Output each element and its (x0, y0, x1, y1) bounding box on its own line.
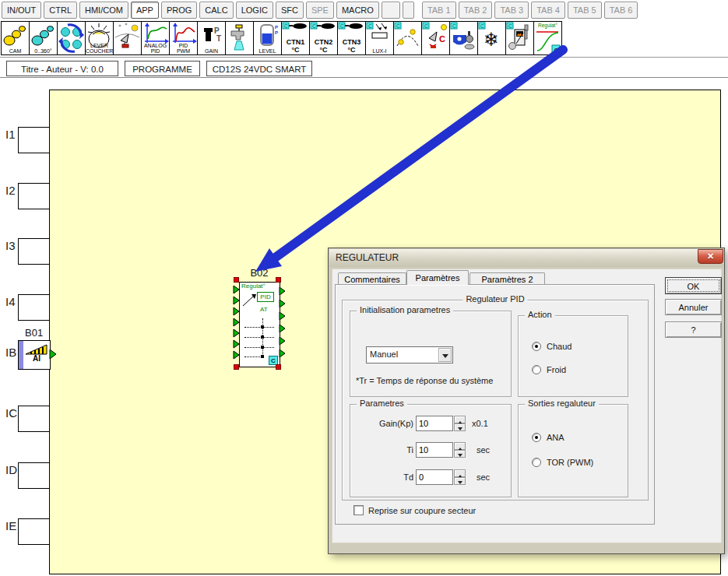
selection-handle-br[interactable] (276, 364, 281, 370)
tab-calc[interactable]: CALC (199, 2, 233, 19)
irrigation-sun-icon[interactable] (113, 21, 142, 55)
device-button[interactable]: CD12S 24VDC SMART (206, 61, 312, 76)
b02-input-pin[interactable] (233, 285, 240, 294)
b02-input-pin[interactable] (233, 339, 240, 349)
tab-prog[interactable]: PROG (161, 2, 197, 19)
radio-chaud-label: Chaud (547, 342, 571, 351)
tab-tab6[interactable]: TAB 6 (604, 2, 638, 19)
close-icon[interactable]: ✕ (698, 249, 723, 264)
tab-macro[interactable]: MACRO (336, 2, 379, 19)
input-box-ic[interactable] (18, 406, 50, 432)
dialog-tab-parametres[interactable]: Paramètres (406, 270, 469, 285)
ok-button[interactable]: OK (665, 277, 722, 294)
td-field[interactable] (416, 469, 453, 485)
spin-down-icon[interactable] (454, 450, 466, 458)
checkbox-icon[interactable] (353, 505, 364, 515)
b02-input-pin[interactable] (233, 328, 240, 338)
input-box-i3[interactable] (18, 238, 50, 265)
ctn1-temp-icon[interactable]: C CTN1 °C (281, 21, 310, 55)
program-button[interactable]: PROGRAMME (125, 61, 200, 76)
init-mode-combobox[interactable]: Manuel (366, 346, 453, 364)
radio-chaud[interactable]: Chaud (532, 342, 571, 351)
radio-ana[interactable]: ANA (532, 433, 564, 442)
sunrise-sunset-icon[interactable]: LEVER COUCHER (85, 21, 114, 55)
b02-input-pin[interactable] (233, 296, 240, 305)
tab-hmicom[interactable]: HMI/COM (79, 2, 128, 19)
tab-logic[interactable]: LOGIC (236, 2, 273, 19)
reprise-checkbox-row[interactable]: Reprise sur coupure secteur (353, 505, 476, 515)
b02-setpoint-arrow (241, 293, 257, 308)
spin-up-icon[interactable] (454, 442, 466, 450)
b02-output-pin[interactable] (279, 286, 286, 296)
regulateur-function-block[interactable]: Regulat° PID AT C (239, 282, 280, 367)
dialog-tab-parametres2[interactable]: Paramètres 2 (470, 272, 545, 284)
tab-tab1[interactable]: TAB 1 (422, 2, 456, 19)
tab-tab3[interactable]: TAB 3 (494, 2, 529, 19)
sun-arc-icon[interactable]: C (393, 21, 422, 55)
input-box-i1[interactable] (18, 127, 50, 153)
b02-input-pin[interactable] (233, 307, 240, 316)
b02-output-pin[interactable] (279, 349, 286, 358)
radio-froid[interactable]: Froid (532, 365, 566, 374)
parametres-tab-panel: Regulateur PID Initialisation parametres… (335, 284, 655, 525)
b02-output-pin[interactable] (279, 324, 286, 333)
tab-blank-1[interactable] (382, 2, 400, 19)
project-title-button[interactable]: Titre - Auteur - V: 0.0 (6, 61, 118, 76)
regulateur-icon[interactable]: C Regulat° (533, 21, 562, 55)
gain-field[interactable] (416, 416, 453, 431)
level-icon[interactable]: P P LEVEL (253, 21, 282, 55)
selection-handle-bl[interactable] (234, 364, 239, 370)
defrost-snowflake-icon[interactable]: C ❄ (477, 21, 506, 55)
selection-handle-tl[interactable] (234, 277, 239, 283)
input-box-i2[interactable] (18, 183, 50, 209)
dialog-titlebar[interactable]: REGULATEUR (329, 249, 723, 267)
tab-ctrl[interactable]: CTRL (44, 2, 77, 19)
tab-app[interactable]: APP (131, 2, 159, 19)
chevron-down-icon[interactable] (438, 348, 452, 362)
tab-inout[interactable]: IN/OUT (2, 2, 41, 19)
gain-label: Gain(Kp) (336, 419, 413, 428)
pid-pwm-icon[interactable]: PID PWM (169, 21, 198, 55)
tab-tab2[interactable]: TAB 2 (459, 2, 493, 19)
radio-tor-pwm[interactable]: TOR (PWM) (532, 458, 593, 467)
cam-icon[interactable]: CAM (1, 21, 30, 55)
lux-sensor-icon[interactable]: C LUX-I (365, 21, 394, 55)
spin-up-icon[interactable] (454, 469, 466, 477)
spin-up-icon[interactable] (454, 416, 466, 423)
input-box-ie[interactable] (18, 518, 50, 545)
ctn3-temp-icon[interactable]: C CTN3 °C (337, 21, 366, 55)
spin-down-icon[interactable] (454, 477, 466, 485)
tab-tab4[interactable]: TAB 4 (531, 2, 565, 19)
ti-field[interactable] (416, 442, 453, 458)
b02-output-pin[interactable] (279, 311, 286, 321)
tab-spe[interactable]: SPE (306, 2, 334, 19)
circulation-pump-icon[interactable] (57, 21, 86, 55)
b02-output-pin[interactable] (279, 299, 286, 308)
tab-sfc[interactable]: SFC (276, 2, 304, 19)
tab-tab5[interactable]: TAB 5 (568, 2, 602, 19)
selection-handle-tr[interactable] (276, 277, 281, 283)
stove-heating-icon[interactable]: C (505, 21, 534, 55)
analog-pid-icon[interactable]: ANALOG PID (141, 21, 170, 55)
help-button[interactable]: ? (665, 321, 722, 338)
input-box-id[interactable] (18, 462, 50, 489)
tab-blank-2[interactable] (403, 2, 414, 19)
b02-input-pin[interactable] (233, 350, 240, 360)
cam-360-icon[interactable]: 0..360° (29, 21, 58, 55)
gain-icon[interactable]: P T GAIN (197, 21, 226, 55)
spin-down-icon[interactable] (454, 423, 466, 431)
faucet-icon[interactable] (225, 21, 254, 55)
b02-output-pin[interactable] (279, 336, 286, 346)
reprise-checkbox-label: Reprise sur coupure secteur (368, 506, 476, 515)
pool-pump-icon[interactable]: C (449, 21, 478, 55)
cancel-button[interactable]: Annuler (665, 299, 722, 315)
input-box-i4[interactable] (18, 294, 50, 321)
td-unit: sec (477, 472, 490, 482)
b01-output-pin[interactable] (49, 349, 57, 360)
heating-dish-icon[interactable]: C C (421, 21, 450, 55)
b02-input-pin[interactable] (233, 318, 240, 327)
analog-input-block[interactable]: AI (18, 340, 51, 370)
svg-text:❄: ❄ (484, 29, 499, 50)
ctn2-temp-icon[interactable]: C CTN2 °C (309, 21, 338, 55)
dialog-tab-commentaires[interactable]: Commentaires (338, 272, 406, 284)
